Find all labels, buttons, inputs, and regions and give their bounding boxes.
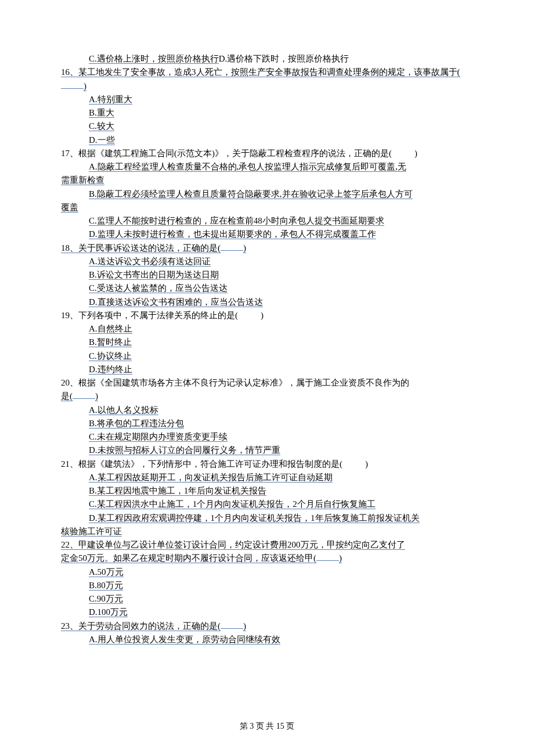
q18-opt-d: D.直接送达诉讼文书有困难的，应当公告送达 — [61, 296, 473, 309]
q17-opt-b2: 覆盖 — [61, 201, 473, 214]
q17-b2-text: 覆盖 — [61, 203, 78, 213]
q18-opt-a: A.送达诉讼文书必须有送达回证 — [61, 255, 473, 268]
q22-opt-b: B.80万元 — [61, 579, 473, 592]
q19-opt-c: C.协议终止 — [61, 350, 473, 363]
q20-c-text: C.未在规定期限内办理资质变更手续 — [89, 432, 228, 442]
q22-stem2-a: 定金50万元。如果乙在规定时期内不履行设计合同，应该返还给甲( — [61, 553, 316, 563]
q16-b-text: B.重大 — [89, 108, 114, 118]
q22-stem2: 定金50万元。如果乙在规定时期内不履行设计合同，应该返还给甲() — [61, 552, 473, 565]
q20-blank — [73, 398, 95, 399]
q17-c-text: C.监理人不能按时进行检查的，应在检查前48小时向承包人提交书面延期要求 — [89, 216, 384, 226]
q21-stem-b: ) — [365, 459, 368, 469]
q17-opt-d: D.监理人未按时进行检查，也未提出延期要求的，承包人不得完成覆盖工作 — [61, 228, 473, 241]
q15-opt-d: D.遇价格下跌时，按照原价格执行 — [219, 54, 349, 63]
q16-opt-d: D.一些 — [61, 134, 473, 147]
q19-opt-a: A.自然终止 — [61, 322, 473, 336]
q19-d-text: D.违约终止 — [89, 365, 132, 375]
q21-stem: 21、根据《建筑法》，下列情形中，符合施工许可证办理和报告制度的是() — [61, 458, 473, 471]
q19-stem-b: ) — [261, 311, 264, 320]
q15-option-cd: C.遇价格上涨时，按照原价格执行D.遇价格下跌时，按照原价格执行 — [61, 52, 473, 66]
q20-opt-d: D.未按照与招标人订立的合同履行义务，情节严重 — [61, 444, 473, 457]
document-page: C.遇价格上涨时，按照原价格执行D.遇价格下跌时，按照原价格执行 16、某工地发… — [0, 0, 534, 756]
q21-d2-text: 核验施工许可证 — [61, 527, 122, 537]
q22-b-text: B.80万元 — [89, 581, 123, 591]
q21-a-text: A.某工程因故延期开工，向发证机关报告后施工许可证自动延期 — [89, 473, 333, 483]
q16-c-text: C.较大 — [89, 121, 114, 131]
q21-stem-a: 21、根据《建筑法》，下列情形中，符合施工许可证办理和报告制度的是( — [61, 459, 342, 469]
q17-opt-a1: A.隐蔽工程经监理人检查质量不合格的,承包人按监理人指示完成修复后即可覆盖,无 — [61, 160, 473, 174]
q17-stem-a: 17、根据《建筑工程施工合同(示范文本)》，关于隐蔽工程检查程序的说法，正确的是… — [61, 149, 392, 158]
q17-stem-b: ) — [414, 149, 417, 158]
q17-d-text: D.监理人未按时进行检查，也未提出延期要求的，承包人不得完成覆盖工作 — [89, 229, 376, 239]
q20-stem1: 20、根据《全国建筑市场各方主体不良行为记录认定标准》，属于施工企业资质不良作为… — [61, 376, 473, 390]
q19-stem-a: 19、下列各项中，不属于法律关系的终止的是( — [61, 311, 238, 320]
q20-a-text: A.以他人名义投标 — [89, 405, 158, 415]
q18-blank — [221, 250, 243, 251]
q21-opt-a: A.某工程因故延期开工，向发证机关报告后施工许可证自动延期 — [61, 471, 473, 484]
q17-opt-c: C.监理人不能按时进行检查的，应在检查前48小时向承包人提交书面延期要求 — [61, 214, 473, 228]
q17-opt-b1: B.隐蔽工程必须经监理人检查且质量符合隐蔽要求,并在验收记录上签字后承包人方可 — [61, 188, 473, 201]
q19-c-text: C.协议终止 — [89, 351, 132, 361]
q22-stem1-text: 22、甲建设单位与乙设计单位签订设计合同，约定设计费用200万元，甲按约定向乙支… — [61, 540, 405, 550]
q18-c-text: C.受送达人被监禁的，应当公告送达 — [89, 283, 228, 293]
q16-stem-text: 16、某工地发生了安全事故，造成3人死亡，按照生产安全事故报告和调查处理条例的规… — [61, 67, 460, 77]
q16-opt-a: A.特别重大 — [61, 93, 473, 106]
q22-a-text: A.50万元 — [89, 567, 124, 577]
q15-opt-c: C.遇价格上涨时，按照原价格执行 — [89, 54, 219, 64]
q17-a2-text: 需重新检查 — [61, 175, 104, 185]
q16-d-text: D.一些 — [89, 135, 115, 145]
q23-blank — [221, 628, 243, 629]
q16-stem: 16、某工地发生了安全事故，造成3人死亡，按照生产安全事故报告和调查处理条例的规… — [61, 66, 473, 93]
q17-a1-text: A.隐蔽工程经监理人检查质量不合格的,承包人按监理人指示完成修复后即可覆盖,无 — [89, 162, 406, 172]
q20-d-text: D.未按照与招标人订立的合同履行义务，情节严重 — [89, 445, 280, 455]
q17-opt-a2: 需重新检查 — [61, 174, 473, 187]
q19-stem: 19、下列各项中，不属于法律关系的终止的是() — [61, 309, 473, 322]
q17-b1-text: B.隐蔽工程必须经监理人检查且质量符合隐蔽要求,并在验收记录上签字后承包人方可 — [89, 189, 413, 199]
q21-opt-c: C.某工程因洪水中止施工，1个月内向发证机关报告，2个月后自行恢复施工 — [61, 498, 473, 511]
q21-opt-b: B.某工程因地震中施工，1年后向发证机关报告 — [61, 484, 473, 498]
q20-stem2-a: 是( — [61, 391, 73, 401]
q22-stem1: 22、甲建设单位与乙设计单位签订设计合同，约定设计费用200万元，甲按约定向乙支… — [61, 538, 473, 552]
q20-opt-c: C.未在规定期限内办理资质变更手续 — [61, 430, 473, 444]
q20-opt-b: B.将承包的工程违法分包 — [61, 417, 473, 430]
q20-b-text: B.将承包的工程违法分包 — [89, 419, 184, 429]
q16-stem-end: ) — [84, 81, 86, 91]
q19-opt-b: B.暂时终止 — [61, 336, 473, 349]
q22-d-text: D.100万元 — [89, 607, 128, 617]
q18-a-text: A.送达诉讼文书必须有送达回证 — [89, 257, 211, 267]
q18-stem: 18、关于民事诉讼送达的说法，正确的是() — [61, 242, 473, 255]
q21-opt-d2: 核验施工许可证 — [61, 525, 473, 538]
q22-opt-d: D.100万元 — [61, 606, 473, 619]
q16-opt-c: C.较大 — [61, 120, 473, 133]
q16-opt-b: B.重大 — [61, 106, 473, 120]
q20-stem2-b: ) — [95, 391, 98, 401]
q22-c-text: C.90万元 — [89, 594, 123, 604]
q23-stem-a: 23、关于劳动合同效力的说法，正确的是( — [61, 621, 221, 631]
q21-c-text: C.某工程因洪水中止施工，1个月内向发证机关报告，2个月后自行恢复施工 — [89, 499, 376, 509]
q22-blank — [316, 560, 339, 561]
q19-a-text: A.自然终止 — [89, 324, 132, 334]
q21-d1-text: D.某工程因政府宏观调控停建，1个月内向发证机关报告，1年后恢复施工前报发证机关 — [89, 513, 420, 523]
q23-stem: 23、关于劳动合同效力的说法，正确的是() — [61, 620, 473, 633]
q19-opt-d: D.违约终止 — [61, 363, 473, 376]
q20-stem1-text: 20、根据《全国建筑市场各方主体不良行为记录认定标准》，属于施工企业资质不良作为… — [61, 378, 409, 387]
q18-b-text: B.诉讼文书寄出的日期为送达日期 — [89, 270, 219, 280]
q18-opt-b: B.诉讼文书寄出的日期为送达日期 — [61, 268, 473, 282]
q18-stem-a: 18、关于民事诉讼送达的说法，正确的是( — [61, 243, 221, 253]
q16-blank — [61, 88, 84, 89]
q19-b-text: B.暂时终止 — [89, 337, 132, 347]
q17-stem: 17、根据《建筑工程施工合同(示范文本)》，关于隐蔽工程检查程序的说法，正确的是… — [61, 147, 473, 160]
q22-opt-a: A.50万元 — [61, 566, 473, 579]
q20-opt-a: A.以他人名义投标 — [61, 404, 473, 417]
q16-a-text: A.特别重大 — [89, 95, 132, 105]
q23-a-text: A.用人单位投资人发生变更，原劳动合同继续有效 — [89, 635, 280, 645]
q20-stem2: 是() — [61, 390, 473, 403]
q21-opt-d1: D.某工程因政府宏观调控停建，1个月内向发证机关报告，1年后恢复施工前报发证机关 — [61, 512, 473, 525]
q18-d-text: D.直接送达诉讼文书有困难的，应当公告送达 — [89, 297, 263, 307]
q22-opt-c: C.90万元 — [61, 592, 473, 606]
q21-b-text: B.某工程因地震中施工，1年后向发证机关报告 — [89, 486, 266, 496]
q22-stem2-b: ) — [339, 553, 342, 563]
page-footer: 第 3 页 共 15 页 — [0, 720, 534, 733]
q18-opt-c: C.受送达人被监禁的，应当公告送达 — [61, 282, 473, 295]
q23-stem-b: ) — [243, 621, 246, 631]
